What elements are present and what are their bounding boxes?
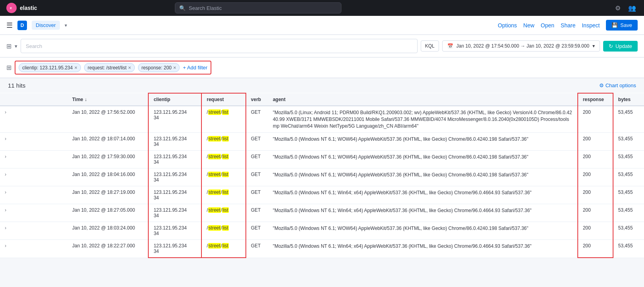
row-time-6: Jan 10, 2022 @ 18:03:24.000: [67, 222, 148, 240]
header-actions: Options New Open Share Inspect 💾 Save: [498, 20, 638, 31]
inspect-link[interactable]: Inspect: [582, 22, 600, 29]
new-link[interactable]: New: [523, 22, 535, 29]
row-bytes-6: 53,455: [613, 222, 644, 240]
search-row: ⊞ ▾ Search KQL 📅 Jan 10, 2022 @ 17:54:50…: [0, 35, 644, 57]
row-verb-6: GET: [246, 222, 268, 240]
row-request-0: /street/list: [201, 106, 246, 133]
nav-icons: ⚙ 👥: [612, 2, 638, 13]
search-options-icon[interactable]: ▾: [15, 43, 17, 49]
user-icon[interactable]: ⚙: [612, 2, 623, 13]
row-time-7: Jan 10, 2022 @ 18:22:27.000: [67, 240, 148, 258]
row-clientip-6: 123.121.95.23434: [148, 222, 201, 240]
row-response-2: 200: [578, 151, 613, 168]
row-bytes-1: 53,455: [613, 133, 644, 151]
table-row: › Jan 10, 2022 @ 17:56:52.000 123.121.95…: [0, 106, 644, 133]
th-agent[interactable]: agent: [268, 93, 578, 106]
results-table: Time ↓ clientip request verb agent respo…: [0, 93, 644, 258]
refresh-icon: ↻: [609, 43, 613, 49]
row-expand-1[interactable]: ›: [0, 133, 67, 151]
share-icon[interactable]: 👥: [627, 2, 638, 13]
row-bytes-0: 53,455: [613, 106, 644, 133]
row-response-3: 200: [578, 168, 613, 186]
row-agent-0: "Mozilla/5.0 (Linux; Android 11; PDRM00 …: [268, 106, 578, 133]
row-time-2: Jan 10, 2022 @ 17:59:30.000: [67, 151, 148, 168]
filter-tag-response[interactable]: response: 200 ×: [138, 63, 180, 72]
elastic-logo[interactable]: e elastic: [6, 3, 37, 13]
global-search-bar[interactable]: 🔍 Search Elastic: [175, 2, 341, 13]
th-expand: [0, 93, 67, 106]
hits-count: 11 hits: [8, 82, 25, 89]
search-placeholder-text: Search: [26, 43, 42, 49]
add-filter-button[interactable]: + Add filter: [183, 65, 207, 71]
row-clientip-1: 123.121.95.23434: [148, 133, 201, 151]
row-time-1: Jan 10, 2022 @ 18:07:14.000: [67, 133, 148, 151]
row-expand-7[interactable]: ›: [0, 240, 67, 258]
row-request-4: /street/list: [201, 186, 246, 204]
th-time[interactable]: Time ↓: [67, 93, 148, 106]
fields-sidebar-icon[interactable]: ⊞: [6, 42, 12, 50]
th-request[interactable]: request: [201, 93, 246, 106]
filter-tag-clientip[interactable]: clientip: 123.121.95.234 ×: [19, 63, 81, 72]
date-range-text: Jan 10, 2022 @ 17:54:50.000 → Jan 10, 20…: [456, 43, 589, 49]
filter-tag-response-remove[interactable]: ×: [173, 65, 176, 71]
th-response[interactable]: response: [578, 93, 613, 106]
filter-tag-response-label: response: 200: [142, 65, 172, 71]
update-button[interactable]: ↻ Update: [603, 41, 638, 52]
table-row: › Jan 10, 2022 @ 18:03:24.000 123.121.95…: [0, 222, 644, 240]
chevron-down-icon[interactable]: ▾: [65, 23, 67, 28]
chart-options-label: Chart options: [606, 82, 636, 88]
search-input[interactable]: Search: [21, 39, 418, 53]
row-clientip-5: 123.121.95.23434: [148, 204, 201, 222]
row-time-5: Jan 10, 2022 @ 18:27:05.000: [67, 204, 148, 222]
hamburger-menu[interactable]: ☰: [6, 21, 13, 30]
row-expand-2[interactable]: ›: [0, 151, 67, 168]
row-expand-3[interactable]: ›: [0, 168, 67, 186]
options-link[interactable]: Options: [498, 22, 517, 29]
row-clientip-2: 123.121.95.23434: [148, 151, 201, 168]
open-link[interactable]: Open: [541, 22, 554, 29]
row-bytes-2: 53,455: [613, 151, 644, 168]
row-agent-6: "Mozilla/5.0 (Windows NT 6.1; WOW64) App…: [268, 222, 578, 240]
filter-icon[interactable]: ⊞: [6, 64, 12, 71]
app-badge: D: [17, 21, 27, 30]
row-verb-7: GET: [246, 240, 268, 258]
th-clientip[interactable]: clientip: [148, 93, 201, 106]
date-range-picker[interactable]: 📅 Jan 10, 2022 @ 17:54:50.000 → Jan 10, …: [442, 40, 600, 52]
row-verb-3: GET: [246, 168, 268, 186]
row-response-0: 200: [578, 106, 613, 133]
filter-tag-request-remove[interactable]: ×: [128, 65, 131, 71]
row-bytes-3: 53,455: [613, 168, 644, 186]
filter-tag-clientip-remove[interactable]: ×: [74, 65, 77, 71]
row-verb-2: GET: [246, 151, 268, 168]
row-time-3: Jan 10, 2022 @ 18:04:16.000: [67, 168, 148, 186]
row-time-0: Jan 10, 2022 @ 17:56:52.000: [67, 106, 148, 133]
row-response-4: 200: [578, 186, 613, 204]
row-agent-3: "Mozilla/5.0 (Windows NT 6.1; WOW64) App…: [268, 168, 578, 186]
filter-tag-clientip-label: clientip: 123.121.95.234: [22, 65, 73, 71]
row-request-1: /street/list: [201, 133, 246, 151]
row-response-1: 200: [578, 133, 613, 151]
kql-button[interactable]: KQL: [421, 40, 439, 52]
row-expand-4[interactable]: ›: [0, 186, 67, 204]
table-row: › Jan 10, 2022 @ 18:27:05.000 123.121.95…: [0, 204, 644, 222]
row-expand-6[interactable]: ›: [0, 222, 67, 240]
row-expand-0[interactable]: ›: [0, 106, 67, 133]
share-link[interactable]: Share: [561, 22, 575, 29]
th-verb[interactable]: verb: [246, 93, 268, 106]
row-expand-5[interactable]: ›: [0, 204, 67, 222]
th-bytes[interactable]: bytes: [613, 93, 644, 106]
filter-tag-request[interactable]: request: /street/list ×: [84, 63, 135, 72]
filter-row: ⊞ clientip: 123.121.95.234 × request: /s…: [0, 57, 644, 78]
elastic-logo-icon: e: [6, 3, 17, 13]
chart-options-link[interactable]: ⚙ Chart options: [599, 82, 636, 88]
table-row: › Jan 10, 2022 @ 18:27:19.000 123.121.95…: [0, 186, 644, 204]
save-button[interactable]: 💾 Save: [606, 20, 638, 31]
row-agent-7: "Mozilla/5.0 (Windows NT 6.1; Win64; x64…: [268, 240, 578, 258]
row-request-2: /street/list: [201, 151, 246, 168]
results-table-container: Time ↓ clientip request verb agent respo…: [0, 93, 644, 258]
app-name-button[interactable]: Discover: [32, 21, 60, 30]
search-placeholder: Search Elastic: [189, 5, 222, 11]
row-agent-1: "Mozilla/5.0 (Windows NT 6.1; WOW64) App…: [268, 133, 578, 151]
row-verb-1: GET: [246, 133, 268, 151]
row-request-6: /street/list: [201, 222, 246, 240]
